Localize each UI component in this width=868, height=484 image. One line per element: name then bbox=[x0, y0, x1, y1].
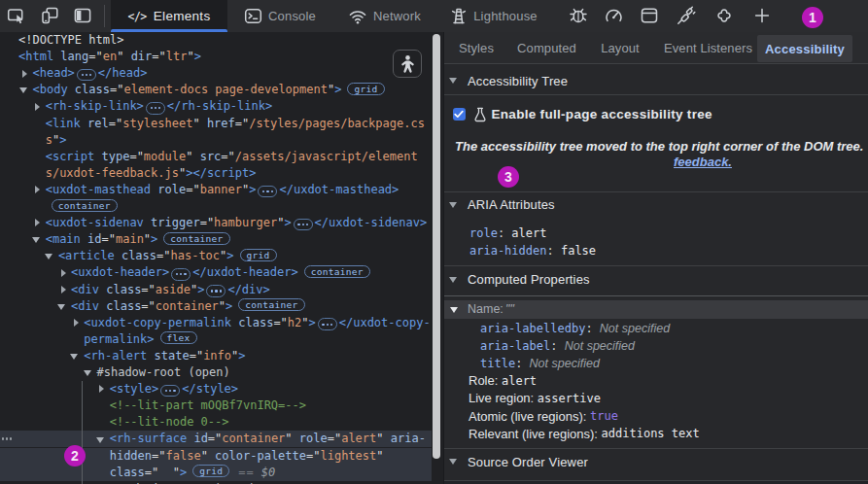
computed-atomic[interactable]: Atomic (live regions): true bbox=[469, 407, 868, 425]
dom-row[interactable]: s"> bbox=[0, 132, 443, 149]
inspect-element-button[interactable] bbox=[4, 3, 29, 28]
container-badge[interactable]: container bbox=[52, 199, 118, 212]
dom-row[interactable]: <div class="container">container bbox=[0, 298, 443, 315]
container-badge[interactable]: container bbox=[163, 232, 229, 245]
dom-row[interactable]: permalink>flex bbox=[0, 331, 443, 348]
expand-arrow-icon[interactable] bbox=[31, 182, 43, 198]
section-collapse-icon[interactable] bbox=[449, 78, 458, 84]
dom-row[interactable]: <link rel="stylesheet" href="/styles/pag… bbox=[0, 116, 443, 132]
device-toolbar-button[interactable] bbox=[37, 3, 62, 28]
expand-arrow-icon[interactable] bbox=[18, 65, 30, 82]
dom-row[interactable]: <div class="aside"></div> bbox=[0, 282, 443, 298]
grid-badge[interactable]: grid bbox=[347, 83, 384, 95]
grid-badge[interactable]: grid bbox=[192, 465, 229, 477]
expand-ellipsis-icon[interactable] bbox=[171, 268, 191, 281]
aria-attribute-aria-hidden[interactable]: aria-hidden: false bbox=[469, 242, 868, 259]
dom-row[interactable]: <rh-alert state="info"> bbox=[0, 348, 443, 364]
sidebar-tab-event-listeners[interactable]: Event Listeners bbox=[651, 32, 765, 63]
dom-row[interactable]: <!--lit-node 0--> bbox=[0, 414, 443, 431]
dom-row[interactable]: <!--lit-part mOQBf7vnIRQ=--> bbox=[0, 398, 443, 414]
issues-button[interactable] bbox=[566, 3, 591, 28]
section-collapse-icon[interactable] bbox=[449, 459, 458, 465]
expand-arrow-icon[interactable] bbox=[56, 264, 68, 281]
dom-row[interactable]: <body class="element-docs page-developme… bbox=[0, 82, 443, 98]
computed-role-computed[interactable]: Role: alert bbox=[469, 372, 868, 390]
container-badge[interactable]: container bbox=[238, 298, 304, 311]
computed-title[interactable]: title: Not specified bbox=[480, 355, 868, 372]
feedback-link[interactable]: feedback. bbox=[674, 155, 732, 169]
computed-live-region[interactable]: Live region: assertive bbox=[469, 390, 868, 407]
section-header-aria-attributes[interactable]: ARIA Attributes bbox=[444, 196, 868, 214]
dom-row[interactable]: <uxdot-header></uxdot-header>container bbox=[0, 264, 443, 281]
collapse-arrow-icon[interactable] bbox=[69, 348, 81, 364]
collapse-arrow-icon[interactable] bbox=[56, 298, 68, 315]
expand-ellipsis-icon[interactable] bbox=[77, 69, 96, 82]
expand-ellipsis-icon[interactable] bbox=[258, 186, 277, 198]
expand-arrow-icon[interactable] bbox=[95, 381, 107, 398]
protocol-button[interactable] bbox=[674, 3, 699, 28]
tab-elements[interactable]: </>Elements bbox=[111, 0, 227, 32]
aria-attribute-role[interactable]: role: alert bbox=[469, 225, 868, 242]
section-collapse-icon[interactable] bbox=[449, 202, 458, 208]
dom-row[interactable]: <article class="has-toc">grid bbox=[0, 248, 443, 264]
section-header-source-order-viewer[interactable]: Source Order Viewer bbox=[444, 453, 868, 470]
expand-arrow-icon[interactable] bbox=[31, 215, 43, 231]
dom-row[interactable]: <head></head> bbox=[0, 65, 443, 82]
dom-row[interactable]: <rh-skip-link></rh-skip-link> bbox=[0, 98, 443, 115]
performance-button[interactable] bbox=[601, 3, 626, 28]
sidebar-tab-accessibility[interactable]: Accessibility bbox=[757, 35, 852, 62]
computed-relevant[interactable]: Relevant (live regions): additions text bbox=[469, 425, 868, 442]
dom-row[interactable]: class=" ">grid==$0 bbox=[0, 465, 432, 481]
dock-panel-button[interactable] bbox=[70, 3, 95, 28]
elements-scrollbar[interactable] bbox=[433, 34, 440, 459]
section-collapse-icon[interactable] bbox=[449, 277, 458, 283]
more-tabs-button[interactable] bbox=[749, 3, 775, 28]
grid-badge[interactable]: grid bbox=[240, 249, 277, 261]
expand-ellipsis-icon[interactable] bbox=[146, 102, 165, 115]
collapse-arrow-icon[interactable] bbox=[83, 364, 94, 381]
dom-row[interactable]: <uxdot-copy-permalink class="h2"></uxdot… bbox=[0, 315, 443, 331]
tab-lighthouse[interactable]: Lighthouse bbox=[439, 0, 548, 32]
sidebar-tab-computed[interactable]: Computed bbox=[503, 32, 591, 63]
name-collapse-icon[interactable] bbox=[450, 307, 459, 313]
tab-network[interactable]: Network bbox=[338, 0, 431, 32]
expand-ellipsis-icon[interactable] bbox=[294, 219, 313, 231]
dom-row[interactable]: <main id="main">container bbox=[0, 231, 443, 248]
application-button[interactable] bbox=[637, 3, 662, 28]
expand-ellipsis-icon[interactable] bbox=[318, 318, 337, 330]
dom-row[interactable]: #shadow-root (open) bbox=[0, 364, 443, 381]
expand-ellipsis-icon[interactable] bbox=[206, 285, 226, 297]
collapse-arrow-icon[interactable] bbox=[18, 82, 30, 98]
dom-row[interactable]: <uxdot-sidenav trigger="hamburger"></uxd… bbox=[0, 215, 443, 231]
dom-row[interactable]: <uxdot-masthead role="banner"></uxdot-ma… bbox=[0, 182, 443, 198]
section-header-computed-properties[interactable]: Computed Properties bbox=[444, 271, 868, 289]
collapse-arrow-icon[interactable] bbox=[31, 231, 43, 248]
dom-row[interactable]: <script type="module" src="/assets/javas… bbox=[0, 149, 443, 165]
section-header-accessibility-tree[interactable]: Accessibility Tree bbox=[444, 72, 868, 89]
sidebar-tab-layout[interactable]: Layout bbox=[586, 32, 654, 63]
dom-row[interactable]: <html lang="en" dir="ltr"> bbox=[0, 49, 443, 65]
dom-row[interactable]: <rh-surface id="container" role="alert" … bbox=[0, 431, 432, 447]
container-badge[interactable]: container bbox=[304, 265, 370, 278]
expand-arrow-icon[interactable] bbox=[56, 282, 68, 298]
dom-row[interactable]: <style></style> bbox=[0, 381, 443, 398]
sidebar-tab-styles[interactable]: Styles bbox=[446, 32, 506, 63]
enable-fullpage-checkbox[interactable] bbox=[453, 108, 466, 121]
row-menu-dots-icon[interactable] bbox=[2, 437, 12, 439]
panel-divider[interactable] bbox=[443, 32, 444, 484]
dom-row[interactable]: <!DOCTYPE html> bbox=[0, 32, 443, 49]
tab-console[interactable]: Console bbox=[233, 0, 327, 32]
dom-row[interactable]: s/uxdot-feedback.js"></script> bbox=[0, 165, 443, 182]
collapse-arrow-icon[interactable] bbox=[44, 248, 55, 264]
expand-ellipsis-icon[interactable] bbox=[160, 385, 180, 398]
extensions-button[interactable] bbox=[712, 3, 737, 28]
computed-aria-labelledby[interactable]: aria-labelledby: Not specified bbox=[480, 320, 868, 337]
computed-aria-label[interactable]: aria-label: Not specified bbox=[480, 337, 868, 355]
collapse-arrow-icon[interactable] bbox=[95, 431, 107, 447]
expand-arrow-icon[interactable] bbox=[31, 98, 43, 115]
expand-arrow-icon[interactable] bbox=[69, 315, 81, 331]
computed-name-row[interactable]: Name: "" bbox=[444, 300, 868, 319]
flex-badge[interactable]: flex bbox=[160, 331, 197, 344]
accessibility-tree-toggle-button[interactable] bbox=[393, 50, 422, 78]
dom-row[interactable]: container bbox=[0, 198, 443, 215]
